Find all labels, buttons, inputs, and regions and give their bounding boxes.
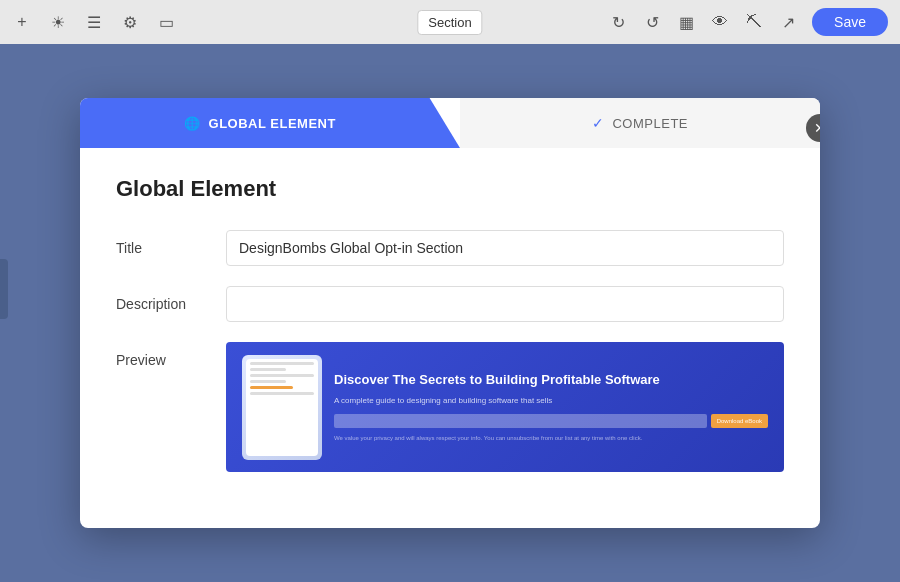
- preview-headline: Discover The Secrets to Building Profita…: [334, 372, 768, 389]
- eye-icon[interactable]: 👁: [710, 12, 730, 32]
- preview-banner: Discover The Secrets to Building Profita…: [226, 342, 784, 472]
- preview-fine-print: We value your privacy and will always re…: [334, 434, 768, 442]
- preview-label: Preview: [116, 342, 226, 368]
- modal-header: 🌐 GLOBAL ELEMENT ✓ COMPLETE: [80, 98, 820, 148]
- preview-phones: [242, 355, 322, 460]
- help-icon[interactable]: ⛏: [744, 12, 764, 32]
- undo-icon[interactable]: ↻: [608, 12, 628, 32]
- add-icon[interactable]: +: [12, 12, 32, 32]
- modal-body: Global Element Title Description Preview: [80, 148, 820, 528]
- phone-bar-5: [250, 386, 293, 389]
- description-row: Description: [116, 286, 784, 322]
- phone-bar-1: [250, 362, 314, 365]
- description-input[interactable]: [226, 286, 784, 322]
- preview-download-btn: Download eBook: [711, 414, 768, 428]
- phone-bar-4: [250, 380, 286, 383]
- canvas: ✕ 🌐 GLOBAL ELEMENT ✓ COMPLETE Global Ele…: [0, 44, 900, 582]
- tablet-icon[interactable]: ▭: [156, 12, 176, 32]
- modal-dialog: ✕ 🌐 GLOBAL ELEMENT ✓ COMPLETE Global Ele…: [80, 98, 820, 528]
- globe-icon[interactable]: ☀: [48, 12, 68, 32]
- phone-screen: [246, 359, 318, 456]
- preview-sub: A complete guide to designing and buildi…: [334, 395, 768, 406]
- check-tab-icon: ✓: [592, 115, 605, 131]
- share-icon[interactable]: ↗: [778, 12, 798, 32]
- gear-icon[interactable]: ⚙: [120, 12, 140, 32]
- tab-global-element[interactable]: 🌐 GLOBAL ELEMENT: [80, 98, 460, 148]
- preview-row: Preview: [116, 342, 784, 472]
- description-label: Description: [116, 286, 226, 312]
- globe-tab-icon: 🌐: [184, 116, 201, 131]
- toolbar-left-icons: + ☀ ☰ ⚙ ▭: [12, 12, 176, 32]
- redo-icon[interactable]: ↺: [642, 12, 662, 32]
- preview-input-row: Download eBook: [334, 414, 768, 428]
- phone-bar-6: [250, 392, 314, 395]
- title-row: Title: [116, 230, 784, 266]
- phone-bar-3: [250, 374, 314, 377]
- title-input[interactable]: [226, 230, 784, 266]
- duplicate-icon[interactable]: ▦: [676, 12, 696, 32]
- tab-complete[interactable]: ✓ COMPLETE: [460, 98, 820, 148]
- title-label: Title: [116, 230, 226, 256]
- preview-email-input: [334, 414, 707, 428]
- side-accent: [0, 259, 8, 319]
- toolbar: + ☀ ☰ ⚙ ▭ Section ↻ ↺ ▦ 👁 ⛏ ↗ Save: [0, 0, 900, 44]
- modal-title: Global Element: [116, 176, 784, 202]
- list-icon[interactable]: ☰: [84, 12, 104, 32]
- phone-bar-2: [250, 368, 286, 371]
- preview-text-content: Discover The Secrets to Building Profita…: [334, 372, 768, 442]
- section-label[interactable]: Section: [417, 10, 482, 35]
- tab-global-element-label: GLOBAL ELEMENT: [209, 116, 336, 131]
- toolbar-right: ↻ ↺ ▦ 👁 ⛏ ↗ Save: [608, 8, 888, 36]
- save-button[interactable]: Save: [812, 8, 888, 36]
- preview-image: Discover The Secrets to Building Profita…: [226, 342, 784, 472]
- tab-complete-label: COMPLETE: [612, 116, 688, 131]
